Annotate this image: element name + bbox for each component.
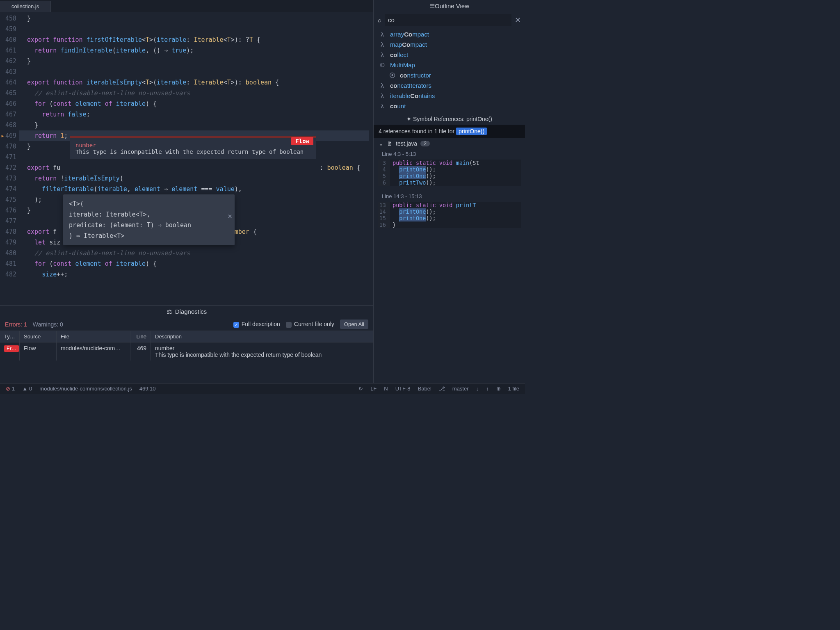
reference-code-line[interactable]: 13public static void printT	[378, 202, 521, 208]
outline-item[interactable]: λarrayCompact	[374, 29, 525, 39]
editor-tabs: collection.js	[0, 0, 373, 12]
status-language[interactable]: Babel	[418, 386, 431, 392]
branch-icon: ⎇	[439, 386, 445, 392]
reference-file[interactable]: ⌄ 🗎 test.java 2	[374, 138, 525, 149]
status-branch[interactable]: master	[452, 386, 469, 392]
outline-item[interactable]: ©MultiMap	[374, 60, 525, 70]
current-file-toggle[interactable]: Current file only	[286, 321, 334, 327]
reference-location[interactable]: Line 4:3 - 5:13	[374, 149, 525, 159]
arrow-up-icon[interactable]: ↑	[486, 386, 489, 392]
symbol-icon: λ	[379, 51, 386, 58]
error-badge: Er…	[4, 345, 19, 352]
diagnostics-title: Diagnostics	[0, 306, 373, 318]
reference-code-line[interactable]: 4 printOne();	[378, 166, 521, 173]
search-icon: ⌕	[378, 16, 381, 23]
outline-item[interactable]: ⦿constructor	[374, 70, 525, 80]
reference-code-line[interactable]: 16}	[378, 221, 521, 228]
warning-count[interactable]: Warnings: 0	[33, 321, 63, 328]
chevron-down-icon: ⌄	[379, 140, 383, 147]
status-n[interactable]: N	[384, 386, 388, 392]
outline-item[interactable]: λconcatIterators	[374, 80, 525, 91]
sig-line: <T>(	[69, 199, 229, 209]
signature-popup: × <T>( iterable: Iterable<T>, predicate:…	[63, 194, 235, 245]
sig-line: iterable: Iterable<T>,	[69, 209, 229, 220]
outline-title: Outline View	[374, 0, 525, 12]
diagnostics-panel: Diagnostics Errors: 1 Warnings: 0 ✓Full …	[0, 305, 373, 383]
outline-item[interactable]: λcollect	[374, 50, 525, 60]
sig-line: predicate: (element: T) ⇒ boolean	[69, 220, 229, 231]
error-count[interactable]: Errors: 1	[5, 321, 27, 328]
refresh-icon[interactable]: ↻	[358, 386, 363, 392]
error-message: This type is incompatible with the expec…	[75, 148, 310, 155]
symbol-icon: λ	[379, 31, 386, 38]
status-encoding[interactable]: UTF-8	[395, 386, 411, 392]
symbol-icon: λ	[379, 82, 386, 89]
references-summary: 4 references found in 1 file for printOn…	[374, 125, 525, 138]
outline-item[interactable]: λcount	[374, 101, 525, 111]
outline-search: ⌕ ✕	[374, 12, 525, 27]
close-icon[interactable]: ×	[228, 211, 232, 221]
diagnostics-header: Ty… Source File Line Description	[0, 331, 373, 342]
sig-line: ) ⇒ Iterable<T>	[69, 231, 229, 241]
reference-code-line[interactable]: 15 printOne();	[378, 215, 521, 221]
status-warnings[interactable]: 0	[22, 386, 32, 392]
flow-error-popup: Flow number This type is incompatible wi…	[70, 136, 316, 159]
reference-code-line[interactable]: 14 printOne();	[378, 208, 521, 215]
diag-source: Flow	[20, 342, 57, 361]
th-line[interactable]: Line	[130, 331, 151, 342]
file-add-icon[interactable]: ⊕	[496, 386, 501, 392]
references-title: Symbol References: printOne()	[374, 113, 525, 125]
status-bar: 1 0 modules/nuclide-commons/collection.j…	[0, 383, 525, 394]
symbol-icon: ©	[379, 62, 386, 68]
file-icon: 🗎	[387, 140, 393, 147]
reference-count: 2	[420, 141, 430, 146]
open-all-button[interactable]: Open All	[340, 320, 368, 329]
outline-item[interactable]: λiterableContains	[374, 91, 525, 101]
diagnostic-row[interactable]: Er… Flow modules/nuclide-com… 469 number…	[0, 342, 373, 361]
th-type[interactable]: Ty…	[0, 331, 20, 342]
reference-code-line[interactable]: 6 printTwo();	[378, 179, 521, 186]
code-editor[interactable]: 4584594604614624634644654664674684694704…	[0, 12, 373, 305]
symbol-icon: λ	[379, 41, 386, 48]
symbol-icon: λ	[379, 92, 386, 99]
status-lf[interactable]: LF	[370, 386, 377, 392]
symbol-icon: ⦿	[388, 72, 396, 79]
tab-collection[interactable]: collection.js	[0, 1, 51, 12]
reference-code-line[interactable]: 5 printOne();	[378, 173, 521, 179]
diag-line: 469	[130, 342, 151, 361]
status-files[interactable]: 1 file	[508, 386, 519, 392]
th-file[interactable]: File	[57, 331, 130, 342]
clear-icon[interactable]: ✕	[515, 16, 521, 25]
reference-location[interactable]: Line 14:3 - 15:13	[374, 192, 525, 201]
th-source[interactable]: Source	[20, 331, 57, 342]
outline-item[interactable]: λmapCompact	[374, 39, 525, 50]
th-desc[interactable]: Description	[151, 331, 373, 342]
reference-code-line[interactable]: 3public static void main(St	[378, 160, 521, 166]
gutter: 4584594604614624634644654664674684694704…	[0, 12, 20, 280]
diag-file: modules/nuclide-com…	[57, 342, 130, 361]
error-title: number	[75, 142, 310, 148]
status-path[interactable]: modules/nuclide-commons/collection.js	[39, 386, 132, 392]
references-panel: Symbol References: printOne() 4 referenc…	[374, 113, 525, 383]
flow-badge: Flow	[291, 137, 313, 145]
outline-search-input[interactable]	[385, 14, 511, 26]
status-errors[interactable]: 1	[6, 386, 15, 392]
arrow-down-icon[interactable]: ↓	[476, 386, 479, 392]
full-description-toggle[interactable]: ✓Full description	[233, 321, 280, 327]
diag-desc: number This type is incompatible with th…	[151, 342, 373, 361]
outline-list: λarrayCompactλmapCompactλcollect©MultiMa…	[374, 27, 525, 113]
status-position[interactable]: 469:10	[139, 386, 156, 392]
symbol-icon: λ	[379, 103, 386, 110]
